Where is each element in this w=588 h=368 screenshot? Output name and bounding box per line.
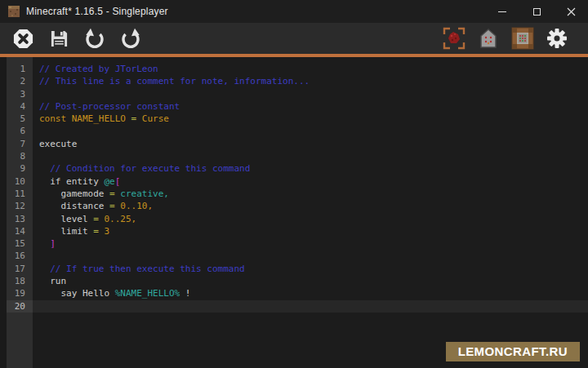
minimize-button[interactable]: [485, 0, 519, 23]
code-token: say Hello: [39, 288, 115, 299]
window-title: Minecraft* 1.16.5 - Singleplayer: [26, 6, 168, 17]
save-button[interactable]: [47, 27, 70, 50]
undo-button[interactable]: [83, 27, 106, 50]
save-floppy-icon: [50, 29, 69, 48]
line-number: 7: [0, 138, 33, 150]
code-token: 0..25,: [99, 214, 136, 224]
line-number: 15: [0, 237, 33, 250]
code-text[interactable]: say Hello %NAME_HELLO% !: [33, 287, 588, 299]
shield-block-button[interactable]: [477, 27, 500, 50]
code-token: // If true then execute this command: [39, 264, 245, 274]
code-token: Curse: [136, 113, 169, 124]
titlebar: Minecraft* 1.16.5 - Singleplayer: [0, 0, 588, 23]
undo-icon: [84, 28, 105, 49]
code-line-3: 3: [0, 88, 588, 100]
code-token: creative,: [115, 188, 169, 199]
code-text[interactable]: // Created by JTorLeon: [33, 63, 588, 75]
code-token: =: [109, 188, 115, 199]
code-text[interactable]: gamemode = creative,: [33, 188, 588, 200]
command-block-icon: [511, 27, 534, 50]
code-text[interactable]: [33, 300, 588, 313]
code-text[interactable]: [33, 88, 588, 100]
editor-top-spacer: [0, 57, 588, 63]
code-token: run: [39, 276, 66, 286]
code-line-2: 2// This line is a comment for note, inf…: [0, 75, 588, 87]
maximize-button[interactable]: [519, 0, 554, 23]
line-number: 3: [0, 88, 33, 100]
code-token: execute: [39, 139, 77, 149]
line-number: 17: [0, 263, 33, 275]
code-line-16: 16: [0, 250, 588, 262]
code-text[interactable]: // If true then execute this command: [33, 263, 588, 275]
code-token: 0..10,: [115, 201, 153, 211]
command-block-button[interactable]: [511, 27, 534, 50]
code-token: ]: [39, 238, 56, 249]
code-text[interactable]: // Condition for execute this command: [33, 162, 588, 175]
toolbar-right-group: [443, 27, 568, 50]
code-line-19: 19 say Hello %NAME_HELLO% !: [0, 287, 588, 299]
code-line-11: 11 gamemode = creative,: [0, 188, 588, 200]
code-text[interactable]: // Post-processor constant: [33, 100, 588, 113]
watermark: LEMONCRAFT.RU: [446, 342, 580, 361]
code-token: const NAME_HELLO: [39, 113, 131, 124]
window-controls: [485, 0, 588, 23]
shield-block-icon: [479, 29, 498, 48]
code-token: 3: [99, 226, 109, 237]
redo-button[interactable]: [119, 27, 142, 50]
close-button[interactable]: [554, 0, 588, 23]
code-token: // This line is a comment for note, info…: [39, 76, 310, 86]
toolbar-left-group: [11, 27, 142, 50]
code-text[interactable]: [33, 125, 588, 137]
line-number: 16: [0, 250, 33, 262]
code-line-5: 5const NAME_HELLO = Curse: [0, 113, 588, 125]
code-text[interactable]: ]: [33, 237, 588, 250]
code-text[interactable]: [33, 150, 588, 162]
code-token: distance: [39, 201, 109, 211]
code-token: // Created by JTorLeon: [39, 64, 158, 74]
code-line-14: 14 limit = 3: [0, 225, 588, 237]
settings-gear-icon: [546, 28, 568, 49]
app-window: Minecraft* 1.16.5 - Singleplayer: [0, 0, 588, 368]
code-text[interactable]: execute: [33, 138, 588, 150]
code-line-9: 9 // Condition for execute this command: [0, 162, 588, 175]
code-line-1: 1// Created by JTorLeon: [0, 63, 588, 75]
code-line-7: 7execute: [0, 138, 588, 150]
code-text[interactable]: limit = 3: [33, 225, 588, 237]
code-text[interactable]: if entity @e[: [33, 175, 588, 188]
code-text[interactable]: const NAME_HELLO = Curse: [33, 113, 588, 125]
code-line-12: 12 distance = 0..10,: [0, 200, 588, 212]
code-line-20: 20: [0, 300, 588, 313]
line-number: 19: [0, 287, 33, 299]
code-text[interactable]: level = 0..25,: [33, 213, 588, 225]
code-token: =: [93, 214, 99, 224]
code-editor: 1// Created by JTorLeon2// This line is …: [0, 57, 588, 368]
code-line-17: 17 // If true then execute this command: [0, 263, 588, 275]
code-token: %NAME_HELLO%: [115, 288, 180, 299]
code-token: gamemode: [39, 188, 109, 199]
line-number: 6: [0, 125, 33, 137]
close-icon: [567, 7, 576, 16]
code-token: !: [180, 288, 190, 299]
cancel-button[interactable]: [11, 27, 34, 50]
code-text[interactable]: run: [33, 275, 588, 287]
minecraft-grass-block-icon: [8, 6, 20, 17]
code-text[interactable]: distance = 0..10,: [33, 200, 588, 212]
redo-icon: [120, 28, 141, 49]
code-lines: 1// Created by JTorLeon2// This line is …: [0, 63, 588, 313]
maximize-icon: [533, 8, 541, 16]
settings-button[interactable]: [546, 27, 568, 50]
line-number: 13: [0, 213, 33, 225]
line-number: 18: [0, 275, 33, 287]
code-line-4: 4// Post-processor constant: [0, 100, 588, 113]
code-token: if entity: [39, 176, 104, 187]
line-number: 20: [0, 300, 33, 313]
line-number: 2: [0, 75, 33, 87]
cancel-octagon-icon: [12, 28, 34, 50]
line-number: 5: [0, 113, 33, 125]
code-token: =: [93, 226, 99, 237]
code-text[interactable]: // This line is a comment for note, info…: [33, 75, 588, 87]
redstone-select-button[interactable]: [443, 27, 466, 50]
code-token: =: [109, 201, 115, 211]
code-text[interactable]: [33, 250, 588, 262]
line-number: 11: [0, 188, 33, 200]
